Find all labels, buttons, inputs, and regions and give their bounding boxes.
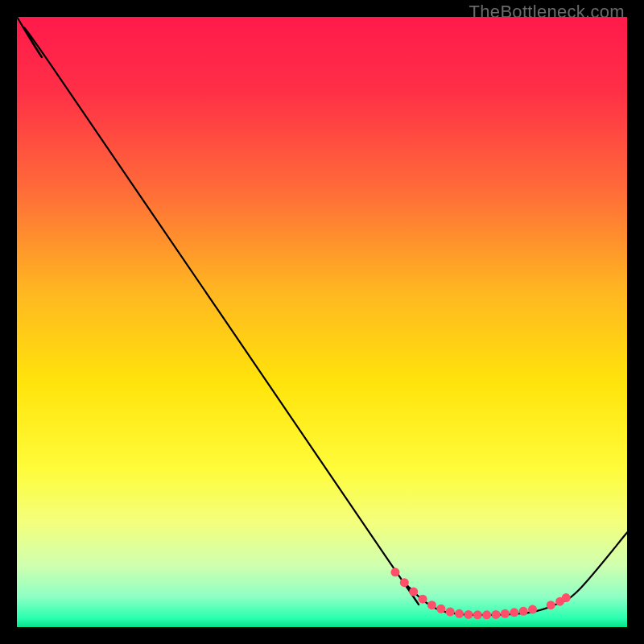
data-marker [501, 609, 510, 618]
gradient-background [17, 17, 627, 627]
data-marker [409, 588, 418, 597]
data-marker [528, 605, 537, 614]
data-marker [400, 578, 409, 587]
chart-plot [17, 17, 627, 627]
data-marker [562, 593, 571, 602]
data-marker [547, 601, 555, 609]
data-marker [427, 601, 436, 609]
data-marker [473, 610, 482, 619]
data-marker [519, 607, 528, 616]
data-marker [464, 610, 473, 619]
data-marker [510, 608, 518, 617]
data-marker [492, 610, 501, 619]
data-marker [455, 609, 464, 618]
chart-frame [17, 17, 627, 627]
data-marker [446, 608, 455, 617]
data-marker [482, 610, 491, 619]
data-marker [390, 568, 399, 576]
data-marker [419, 595, 427, 604]
data-marker [436, 605, 445, 613]
